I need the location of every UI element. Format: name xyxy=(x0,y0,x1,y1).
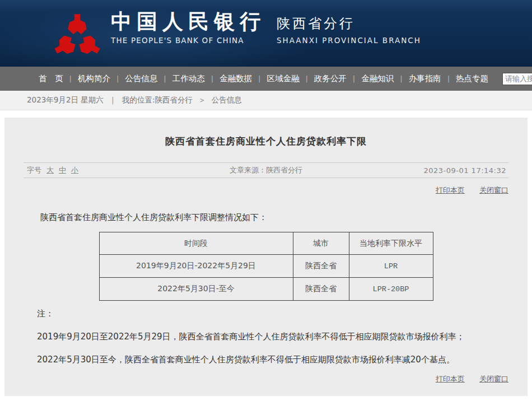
col-header-city: 城市 xyxy=(293,232,349,255)
table-row: 2019年9月20日-2022年5月29日 陕西全省 LPR xyxy=(99,255,433,278)
article-panel: 陕西省首套住房商业性个人住房贷款利率下限 字号 大 中 小 文章来源：陕西省分行… xyxy=(4,118,528,396)
brand-name-en: THE PEOPLE'S BANK OF CHINA xyxy=(111,36,265,45)
col-header-period: 时间段 xyxy=(99,232,293,255)
nav-item-about[interactable]: 机构简介 xyxy=(72,73,116,84)
page: 中国人民银行 THE PEOPLE'S BANK OF CHINA 陕西省分行 … xyxy=(0,0,532,401)
branch-name-cn: 陕西省分行 xyxy=(277,17,421,30)
close-window-link[interactable]: 关闭窗口 xyxy=(479,375,508,383)
nav-item-hot-topics[interactable]: 热点专题 xyxy=(450,73,494,84)
breadcrumb-separator: ｜ xyxy=(109,95,116,105)
breadcrumb: 2023年9月2日 星期六 ｜ 我的位置:陕西省分行 ＞ 公告信息 xyxy=(0,91,532,110)
article-meta-row: 字号 大 中 小 文章来源：陕西省分行 2023-09-01 17:14:32 xyxy=(24,162,508,178)
pbc-emblem-icon xyxy=(52,11,103,60)
cell-rate: LPR-20BP xyxy=(349,278,433,301)
cell-period: 2019年9月20日-2022年5月29日 xyxy=(99,255,293,278)
close-window-link[interactable]: 关闭窗口 xyxy=(479,186,508,194)
nav-item-work-news[interactable]: 工作动态 xyxy=(166,73,211,84)
current-date: 2023年9月2日 星期六 xyxy=(27,95,104,105)
nav-item-gov-affairs[interactable]: 政务公开 xyxy=(308,73,353,84)
nav-item-announcements[interactable]: 公告信息 xyxy=(119,73,164,84)
note-paragraph-1: 2019年9月20日至2022年5月29日，陕西全省首套商业性个人住房贷款利率不… xyxy=(24,332,508,342)
table-header-row: 时间段 城市 当地利率下限水平 xyxy=(99,232,433,255)
nav-item-home[interactable]: 首 页 xyxy=(32,73,69,84)
note-label: 注： xyxy=(24,309,508,319)
brand-block: 中国人民银行 THE PEOPLE'S BANK OF CHINA 陕西省分行 … xyxy=(111,11,421,45)
breadcrumb-arrow: ＞ xyxy=(198,95,206,105)
table-row: 2022年5月30日-至今 陕西全省 LPR-20BP xyxy=(99,278,433,301)
nav-item-regional-finance[interactable]: 区域金融 xyxy=(260,73,305,84)
font-size-medium-button[interactable]: 中 xyxy=(59,165,66,175)
article-actions-top: 打印本页 关闭窗口 xyxy=(24,185,508,195)
col-header-rate-floor: 当地利率下限水平 xyxy=(349,232,433,255)
breadcrumb-current[interactable]: 公告信息 xyxy=(212,95,242,105)
brand-name-cn: 中国人民银行 xyxy=(111,11,265,32)
breadcrumb-location[interactable]: 我的位置:陕西省分行 xyxy=(122,95,193,105)
font-size-label: 字号 xyxy=(27,165,41,175)
cell-city: 陕西全省 xyxy=(293,278,349,301)
main-nav: 首 页 | 机构简介 | 公告信息 | 工作动态 | 金融数据 | 区域金融 |… xyxy=(0,67,532,91)
font-size-large-button[interactable]: 大 xyxy=(46,165,54,175)
cell-period: 2022年5月30日-至今 xyxy=(99,278,293,301)
site-header: 中国人民银行 THE PEOPLE'S BANK OF CHINA 陕西省分行 … xyxy=(0,0,532,67)
cell-rate: LPR xyxy=(349,255,433,278)
article-intro: 陕西省首套住房商业性个人住房贷款利率下限调整情况如下： xyxy=(24,212,508,223)
font-size-small-button[interactable]: 小 xyxy=(71,165,78,175)
print-page-link[interactable]: 打印本页 xyxy=(436,186,465,194)
page-title: 陕西省首套住房商业性个人住房贷款利率下限 xyxy=(4,118,528,148)
note-paragraph-2: 2022年5月30日至今，陕西全省首套商业性个人住房贷款利率不得低于相应期限贷款… xyxy=(24,355,508,365)
nav-item-service-guide[interactable]: 办事指南 xyxy=(403,73,447,84)
nav-item-financial-data[interactable]: 金融数据 xyxy=(213,73,258,84)
cell-city: 陕西全省 xyxy=(293,255,349,278)
search-area: 搜索 高级搜索 xyxy=(502,72,532,85)
nav-item-financial-knowledge[interactable]: 金融知识 xyxy=(355,73,400,84)
article-source: 文章来源：陕西省分行 xyxy=(230,165,302,175)
branch-name-en: SHAANXI PROVINCIAL BRANCH xyxy=(277,36,421,45)
search-input[interactable] xyxy=(502,73,532,85)
article-datetime: 2023-09-01 17:14:32 xyxy=(423,166,508,175)
print-page-link[interactable]: 打印本页 xyxy=(436,375,465,383)
article-actions-bottom: 打印本页 关闭窗口 xyxy=(423,374,508,384)
rate-limit-table: 时间段 城市 当地利率下限水平 2019年9月20日-2022年5月29日 陕西… xyxy=(99,232,433,301)
